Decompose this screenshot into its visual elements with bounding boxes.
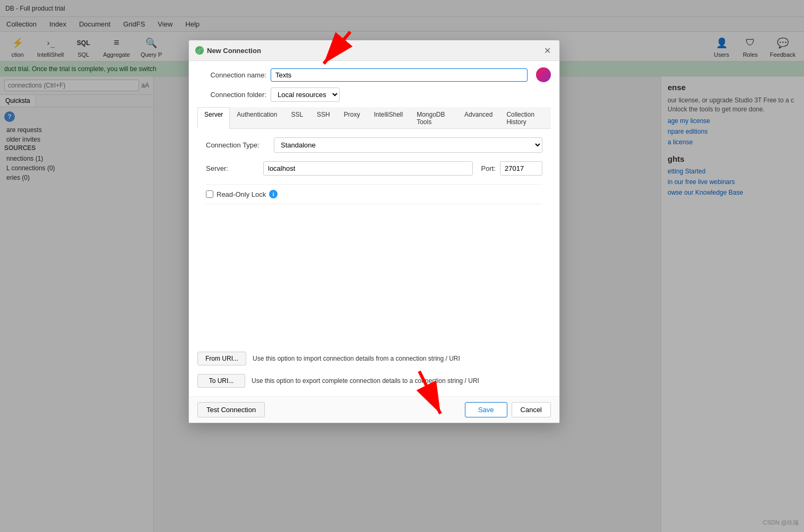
read-only-checkbox[interactable] — [206, 190, 213, 198]
cancel-button[interactable]: Cancel — [512, 402, 551, 417]
server-port-row: Server: Port: — [206, 161, 542, 176]
dialog-title-text: New Connection — [207, 47, 261, 55]
dialog-title-icon: 🔗 — [195, 46, 204, 55]
tab-authentication[interactable]: Authentication — [230, 107, 284, 129]
dialog-titlebar: 🔗 New Connection ✕ — [189, 40, 559, 61]
tab-intellishell[interactable]: IntelliShell — [367, 107, 410, 129]
tab-ssl[interactable]: SSL — [284, 107, 310, 129]
save-button[interactable]: Save — [465, 402, 507, 417]
dialog-title-area: 🔗 New Connection — [195, 46, 261, 55]
server-label: Server: — [206, 164, 259, 172]
connection-name-input[interactable] — [271, 68, 528, 82]
footer-left: Test Connection — [197, 402, 265, 417]
connection-folder-label: Connection folder: — [197, 91, 266, 99]
connection-folder-wrapper: Local resources — [271, 88, 551, 102]
tab-server[interactable]: Server — [197, 107, 230, 129]
info-badge[interactable]: i — [269, 190, 278, 198]
connection-type-row: Connection Type: Standalone Replica Set … — [206, 137, 542, 153]
connection-tabs: Server Authentication SSL SSH Proxy Inte… — [197, 107, 551, 129]
read-only-row: Read-Only Lock i — [206, 184, 542, 204]
to-uri-button[interactable]: To URI... — [197, 374, 245, 388]
server-tab-content: Connection Type: Standalone Replica Set … — [197, 129, 551, 341]
new-connection-dialog: 🔗 New Connection ✕ Connection name: Conn… — [188, 40, 560, 423]
tab-proxy[interactable]: Proxy — [337, 107, 367, 129]
from-uri-row: From URI... Use this option to import co… — [197, 347, 551, 370]
read-only-label: Read-Only Lock — [217, 190, 266, 198]
port-input[interactable] — [500, 161, 542, 176]
tab-ssh[interactable]: SSH — [310, 107, 337, 129]
dialog-close-button[interactable]: ✕ — [541, 45, 553, 56]
footer-right: Save Cancel — [465, 402, 551, 417]
tab-mongodb-tools[interactable]: MongoDB Tools — [410, 107, 457, 129]
uri-area: From URI... Use this option to import co… — [189, 347, 559, 396]
connection-name-label: Connection name: — [197, 71, 266, 79]
connection-name-row: Connection name: — [197, 67, 551, 82]
server-input[interactable] — [263, 161, 473, 176]
connection-avatar — [536, 67, 551, 82]
from-uri-text: Use this option to import connection det… — [253, 355, 460, 362]
to-uri-text: Use this option to export complete conne… — [252, 377, 479, 385]
connection-folder-row: Connection folder: Local resources — [197, 88, 551, 102]
to-uri-row: To URI... Use this option to export comp… — [197, 370, 551, 392]
dialog-footer: Test Connection Save Cancel — [189, 396, 559, 423]
tab-advanced[interactable]: Advanced — [457, 107, 499, 129]
dialog-body: Connection name: Connection folder: Loca… — [189, 61, 559, 347]
from-uri-button[interactable]: From URI... — [197, 352, 246, 365]
port-label: Port: — [481, 164, 496, 172]
tab-collection-history[interactable]: Collection History — [499, 107, 551, 129]
connection-type-select[interactable]: Standalone Replica Set Sharded Cluster D… — [274, 137, 542, 153]
connection-folder-select[interactable]: Local resources — [271, 88, 340, 102]
connection-type-label: Connection Type: — [206, 141, 270, 149]
test-connection-button[interactable]: Test Connection — [197, 402, 265, 417]
